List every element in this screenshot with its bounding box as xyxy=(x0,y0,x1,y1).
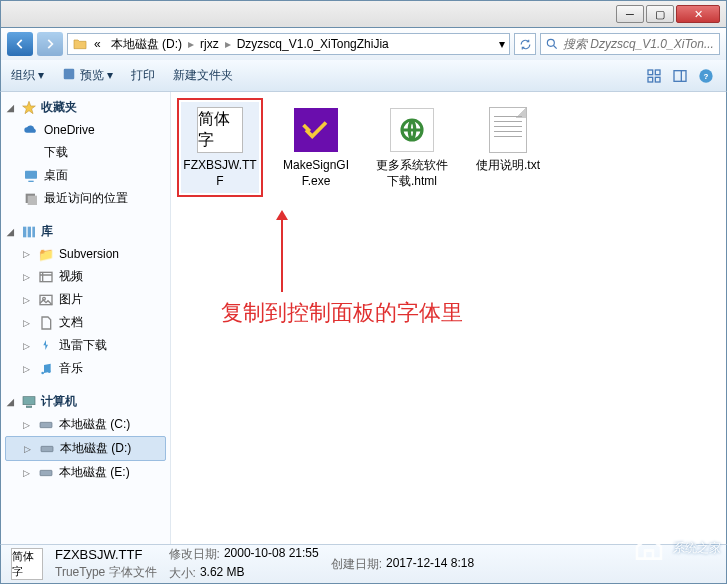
details-modified-value: 2000-10-08 21:55 xyxy=(224,546,319,563)
drive-icon xyxy=(39,441,55,457)
file-item-txt[interactable]: 使用说明.txt xyxy=(469,102,547,178)
collapse-icon: ◢ xyxy=(7,397,17,407)
sidebar-favorites-header[interactable]: ◢ 收藏夹 xyxy=(1,96,170,119)
breadcrumb-part[interactable]: Dzyzscq_V1.0_XiTongZhiJia xyxy=(233,37,393,51)
expand-icon[interactable]: ▷ xyxy=(23,318,33,328)
preview-pane-button[interactable] xyxy=(670,66,690,86)
close-button[interactable]: ✕ xyxy=(676,5,720,23)
refresh-icon xyxy=(519,38,532,51)
refresh-button[interactable] xyxy=(514,33,536,55)
file-content-area[interactable]: 简体字 FZXBSJW.TTF MakeSignGIF.exe 更多系统软件下载… xyxy=(171,92,726,544)
details-size-label: 大小: xyxy=(169,565,196,582)
desktop-icon xyxy=(23,168,39,184)
maximize-button[interactable]: ▢ xyxy=(646,5,674,23)
preview-icon xyxy=(62,67,76,81)
file-label: MakeSignGIF.exe xyxy=(279,158,353,189)
sidebar-item-subversion[interactable]: ▷📁Subversion xyxy=(1,243,170,265)
print-button[interactable]: 打印 xyxy=(131,67,155,84)
star-icon xyxy=(21,100,37,116)
breadcrumb-part[interactable]: 本地磁盘 (D:) xyxy=(107,36,186,53)
svg-rect-5 xyxy=(655,77,660,82)
sidebar-item-desktop[interactable]: 桌面 xyxy=(1,164,170,187)
expand-icon[interactable]: ▷ xyxy=(23,341,33,351)
recent-icon xyxy=(23,191,39,207)
sidebar-item-drive-e[interactable]: ▷本地磁盘 (E:) xyxy=(1,461,170,484)
sidebar-item-pictures[interactable]: ▷图片 xyxy=(1,288,170,311)
file-item-html[interactable]: 更多系统软件下载.html xyxy=(373,102,451,193)
expand-icon[interactable]: ▷ xyxy=(23,420,33,430)
sidebar-libraries-header[interactable]: ◢ 库 xyxy=(1,220,170,243)
sidebar-item-drive-c[interactable]: ▷本地磁盘 (C:) xyxy=(1,413,170,436)
svg-rect-13 xyxy=(23,226,26,237)
download-icon xyxy=(23,145,39,161)
expand-icon[interactable]: ▷ xyxy=(23,364,33,374)
sidebar-item-downloads[interactable]: 下载 xyxy=(1,141,170,164)
svg-rect-23 xyxy=(40,422,52,427)
sidebar-item-xunlei[interactable]: ▷迅雷下载 xyxy=(1,334,170,357)
preview-menu[interactable]: 预览 ▾ xyxy=(62,67,113,84)
html-file-icon xyxy=(390,108,434,152)
file-label: FZXBSJW.TTF xyxy=(183,158,257,189)
cloud-icon xyxy=(23,122,39,138)
collapse-icon: ◢ xyxy=(7,227,17,237)
video-icon xyxy=(38,269,54,285)
svg-rect-3 xyxy=(655,70,660,75)
search-icon xyxy=(545,37,559,51)
watermark: 系统之家 xyxy=(629,532,721,564)
sidebar-item-videos[interactable]: ▷视频 xyxy=(1,265,170,288)
dropdown-icon[interactable]: ▾ xyxy=(499,37,505,51)
expand-icon[interactable]: ▷ xyxy=(23,272,33,282)
expand-icon[interactable]: ▷ xyxy=(23,468,33,478)
download-icon xyxy=(38,338,54,354)
file-item-exe[interactable]: MakeSignGIF.exe xyxy=(277,102,355,193)
search-box[interactable] xyxy=(540,33,720,55)
forward-button[interactable] xyxy=(37,32,63,56)
expand-icon[interactable]: ▷ xyxy=(24,444,34,454)
sidebar-item-documents[interactable]: ▷文档 xyxy=(1,311,170,334)
view-mode-button[interactable] xyxy=(644,66,664,86)
help-button[interactable]: ? xyxy=(696,66,716,86)
sidebar-label: 计算机 xyxy=(41,393,77,410)
folder-icon: 📁 xyxy=(38,246,54,262)
svg-point-19 xyxy=(41,371,44,374)
forward-arrow-icon xyxy=(43,37,57,51)
breadcrumb[interactable]: « 本地磁盘 (D:) ▸ rjxz ▸ Dzyzscq_V1.0_XiTong… xyxy=(67,33,510,55)
details-thumbnail: 简体字 xyxy=(11,548,43,580)
main-area: ◢ 收藏夹 OneDrive 下载 桌面 最近访问的位置 ◢ 库 ▷📁Subve… xyxy=(0,92,727,544)
breadcrumb-prefix[interactable]: « xyxy=(90,37,105,51)
svg-point-20 xyxy=(48,370,51,373)
sidebar-label: 收藏夹 xyxy=(41,99,77,116)
pane-icon xyxy=(672,68,688,84)
sidebar-item-onedrive[interactable]: OneDrive xyxy=(1,119,170,141)
svg-rect-4 xyxy=(648,77,653,82)
sidebar-item-drive-d[interactable]: ▷本地磁盘 (D:) xyxy=(5,436,166,461)
picture-icon xyxy=(38,292,54,308)
minimize-button[interactable]: ─ xyxy=(616,5,644,23)
svg-rect-6 xyxy=(674,70,686,81)
view-icon xyxy=(646,68,662,84)
sidebar-computer-header[interactable]: ◢ 计算机 xyxy=(1,390,170,413)
details-pane: 简体字 FZXBSJW.TTF TrueType 字体文件 修改日期:2000-… xyxy=(0,544,727,584)
breadcrumb-part[interactable]: rjxz xyxy=(196,37,223,51)
sidebar-item-recent[interactable]: 最近访问的位置 xyxy=(1,187,170,210)
organize-menu[interactable]: 组织 ▾ xyxy=(11,67,44,84)
drive-icon xyxy=(38,465,54,481)
svg-rect-14 xyxy=(28,226,31,237)
svg-rect-22 xyxy=(26,406,31,407)
music-icon xyxy=(38,361,54,377)
collapse-icon: ◢ xyxy=(7,103,17,113)
svg-rect-2 xyxy=(648,70,653,75)
back-arrow-icon xyxy=(13,37,27,51)
chevron-right-icon: ▸ xyxy=(188,37,194,51)
file-item-font[interactable]: 简体字 FZXBSJW.TTF xyxy=(181,102,259,193)
library-icon xyxy=(21,224,37,240)
expand-icon[interactable]: ▷ xyxy=(23,249,33,259)
annotation-text: 复制到控制面板的字体里 xyxy=(221,298,521,328)
svg-rect-12 xyxy=(28,195,37,204)
svg-rect-21 xyxy=(23,396,35,404)
new-folder-button[interactable]: 新建文件夹 xyxy=(173,67,233,84)
search-input[interactable] xyxy=(563,37,715,51)
sidebar-item-music[interactable]: ▷音乐 xyxy=(1,357,170,380)
expand-icon[interactable]: ▷ xyxy=(23,295,33,305)
back-button[interactable] xyxy=(7,32,33,56)
